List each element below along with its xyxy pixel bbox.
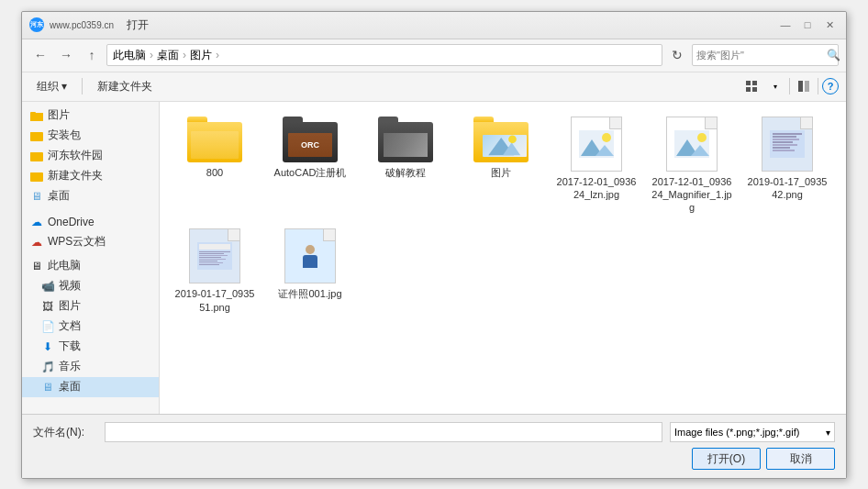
view-dropdown-button[interactable]: ▾ xyxy=(765,76,785,96)
sidebar-item-pic[interactable]: 🖼 图片 xyxy=(22,296,159,317)
sidebar-label-music: 音乐 xyxy=(59,359,81,374)
filetype-dropdown[interactable]: Image files (*.png;*.jpg;*.gif) ▾ xyxy=(670,422,835,442)
folder-pictures-icon xyxy=(29,108,44,123)
file-item-800[interactable]: 800 xyxy=(169,111,261,220)
sidebar-item-install[interactable]: 安装包 xyxy=(22,126,159,146)
organize-button[interactable]: 组织 ▾ xyxy=(29,76,74,96)
sidebar-item-doc[interactable]: 📄 文档 xyxy=(22,317,159,337)
img-icon-3 xyxy=(762,117,813,172)
this-pc-icon: 🖥 xyxy=(29,259,44,273)
view-grid-icon xyxy=(745,80,758,93)
sidebar-item-wps[interactable]: ☁ WPS云文档 xyxy=(22,232,159,252)
file-label-pics: 图片 xyxy=(491,166,511,179)
minimize-button[interactable]: — xyxy=(776,17,795,33)
svg-rect-4 xyxy=(798,81,803,92)
doc-icon: 📄 xyxy=(40,319,55,334)
titlebar: 河东 www.pc0359.cn 打开 — □ ✕ xyxy=(22,12,846,39)
close-button[interactable]: ✕ xyxy=(820,17,839,33)
img-icon-5 xyxy=(284,228,336,283)
mountain-svg-1 xyxy=(579,130,614,158)
sidebar-label-this-pc: 此电脑 xyxy=(48,258,81,273)
view-icon-button[interactable] xyxy=(741,76,762,96)
sidebar-item-new-folder[interactable]: 新建文件夹 xyxy=(22,166,159,186)
sidebar-label-new-folder: 新建文件夹 xyxy=(48,168,103,183)
sidebar-label-onedrive: OneDrive xyxy=(48,216,95,228)
sidebar-label-wps: WPS云文档 xyxy=(48,234,106,250)
folder-autocad-icon: ORC xyxy=(283,117,338,162)
file-item-5[interactable]: 证件照001.jpg xyxy=(264,223,356,319)
folder-new-icon xyxy=(29,169,44,183)
svg-rect-3 xyxy=(752,87,757,92)
folder-mountain-svg xyxy=(483,135,523,157)
svg-rect-8 xyxy=(30,132,36,134)
svg-point-19 xyxy=(602,133,611,142)
svg-rect-0 xyxy=(746,81,751,85)
file-label-800: 800 xyxy=(206,166,223,179)
desktop-quick-icon: 🖥 xyxy=(29,189,44,204)
file-item-4[interactable]: 2019-01-17_093551.png xyxy=(169,223,261,319)
cancel-button[interactable]: 取消 xyxy=(766,448,835,470)
sidebar: 图片 安装包 河东软件园 xyxy=(22,102,160,414)
folder-install-icon xyxy=(29,128,44,143)
sidebar-item-hedong[interactable]: 河东软件园 xyxy=(22,146,159,166)
open-button[interactable]: 打开(O) xyxy=(692,448,761,470)
breadcrumb-pc: 此电脑 xyxy=(113,48,146,63)
sidebar-label-hedong: 河东软件园 xyxy=(48,148,103,163)
download-icon: ⬇ xyxy=(40,339,55,354)
sidebar-label-doc: 文档 xyxy=(59,318,81,334)
sidebar-label-download: 下载 xyxy=(59,339,81,354)
pic-icon: 🖼 xyxy=(40,299,55,314)
svg-point-15 xyxy=(508,135,517,143)
sidebar-item-music[interactable]: 🎵 音乐 xyxy=(22,357,159,377)
filename-label: 文件名(N): xyxy=(33,425,97,440)
sidebar-item-download[interactable]: ⬇ 下载 xyxy=(22,337,159,357)
pane-button[interactable] xyxy=(794,76,814,96)
filename-input[interactable] xyxy=(105,422,662,442)
sidebar-item-desk[interactable]: 🖥 桌面 xyxy=(22,377,159,397)
file-item-1[interactable]: 2017-12-01_093624_lzn.jpg xyxy=(551,111,642,220)
new-folder-button[interactable]: 新建文件夹 xyxy=(90,76,160,96)
file-label-autocad: AutoCAD注册机 xyxy=(274,166,347,179)
sidebar-item-pictures[interactable]: 图片 xyxy=(22,106,159,126)
refresh-button[interactable]: ↻ xyxy=(666,44,688,66)
mountain-svg-2 xyxy=(674,130,709,158)
filetype-chevron: ▾ xyxy=(826,428,830,438)
file-item-3[interactable]: 2019-01-17_093542.png xyxy=(741,111,833,220)
file-label-3: 2019-01-17_093542.png xyxy=(745,175,829,202)
toolbar: 组织 ▾ 新建文件夹 ▾ ? xyxy=(22,72,846,102)
up-button[interactable]: ↑ xyxy=(81,44,103,66)
folder-pics-icon xyxy=(473,117,529,162)
search-input[interactable] xyxy=(696,50,823,61)
svg-rect-2 xyxy=(746,87,751,92)
svg-rect-6 xyxy=(30,112,36,114)
svg-rect-1 xyxy=(752,81,757,85)
img-icon-1 xyxy=(571,117,622,172)
folder-hedong-icon xyxy=(29,149,44,163)
search-box[interactable]: 🔍 xyxy=(692,44,839,66)
breadcrumb-sep-1: › xyxy=(150,49,153,61)
sidebar-item-video[interactable]: 📹 视频 xyxy=(22,276,159,296)
breadcrumb[interactable]: 此电脑 › 桌面 › 图片 › xyxy=(106,44,662,66)
filename-row: 文件名(N): Image files (*.png;*.jpg;*.gif) … xyxy=(33,422,835,442)
music-icon: 🎵 xyxy=(40,360,55,374)
pane-icon xyxy=(797,80,810,93)
dialog-title: 打开 xyxy=(127,17,149,33)
file-item-2[interactable]: 2017-12-01_093624_Magnifier_1.jpg xyxy=(646,111,738,220)
sidebar-label-install: 安装包 xyxy=(48,128,81,143)
address-bar: ← → ↑ 此电脑 › 桌面 › 图片 › ↻ 🔍 xyxy=(22,39,846,72)
back-button[interactable]: ← xyxy=(29,44,51,66)
svg-rect-12 xyxy=(30,172,36,174)
help-button[interactable]: ? xyxy=(822,78,839,94)
svg-rect-10 xyxy=(30,152,36,154)
sidebar-item-desktop-quick[interactable]: 🖥 桌面 xyxy=(22,186,159,206)
action-row: 打开(O) 取消 xyxy=(33,448,835,470)
titlebar-left: 河东 www.pc0359.cn 打开 xyxy=(29,17,149,33)
file-item-pics[interactable]: 图片 xyxy=(455,111,547,220)
maximize-button[interactable]: □ xyxy=(798,17,817,33)
sidebar-item-this-pc[interactable]: 🖥 此电脑 xyxy=(22,256,159,276)
file-item-crack[interactable]: 破解教程 xyxy=(360,111,451,220)
sidebar-label-desk: 桌面 xyxy=(59,379,81,395)
file-item-autocad[interactable]: ORC AutoCAD注册机 xyxy=(264,111,356,220)
forward-button[interactable]: → xyxy=(55,44,77,66)
sidebar-item-onedrive[interactable]: ☁ OneDrive xyxy=(22,212,159,232)
